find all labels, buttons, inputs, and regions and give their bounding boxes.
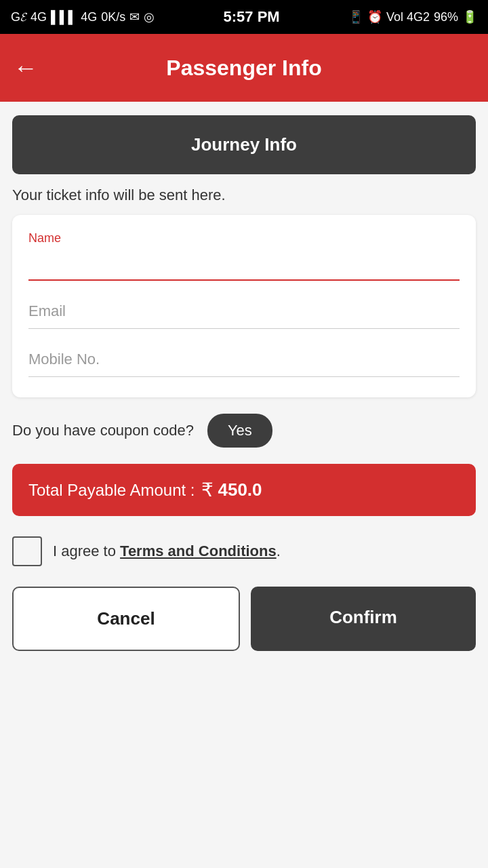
sim-icon: 📱 — [348, 9, 363, 24]
email-field-group — [28, 297, 460, 329]
terms-row: I agree to Terms and Conditions. — [12, 536, 476, 566]
status-right: 📱 ⏰ Vol 4G2 96% 🔋 — [348, 9, 477, 24]
status-bar: G𝓔 4G ▌▌▌ 4G 0K/s ✉ ◎ 5:57 PM 📱 ⏰ Vol 4G… — [0, 0, 488, 34]
page-title: Passenger Info — [166, 56, 321, 81]
msg-icon: ✉ — [129, 9, 140, 24]
vol-text: Vol 4G2 — [386, 10, 430, 24]
chrome-icon: ◎ — [144, 9, 155, 24]
battery-text: 96% — [434, 10, 458, 24]
terms-checkbox[interactable] — [12, 536, 42, 566]
name-label: Name — [28, 231, 460, 245]
terms-period: . — [277, 542, 281, 559]
speed-text: 0K/s — [101, 10, 125, 24]
battery-icon: 🔋 — [462, 9, 477, 24]
email-input[interactable] — [28, 297, 460, 323]
confirm-button[interactable]: Confirm — [251, 587, 476, 651]
terms-prefix: I agree to — [53, 542, 120, 559]
action-row: Cancel Confirm — [12, 587, 476, 651]
total-label: Total Payable Amount : — [28, 481, 195, 500]
cancel-button[interactable]: Cancel — [12, 587, 240, 651]
app-header: ← Passenger Info — [0, 34, 488, 102]
status-left: G𝓔 4G ▌▌▌ 4G 0K/s ✉ ◎ — [11, 9, 155, 24]
coupon-row: Do you have coupon code? Yes — [12, 414, 476, 448]
mobile-field-group — [28, 345, 460, 377]
mobile-input[interactable] — [28, 345, 460, 371]
name-input[interactable] — [28, 248, 460, 274]
journey-info-button[interactable]: Journey Info — [12, 115, 476, 174]
main-content: Journey Info Your ticket info will be se… — [0, 102, 488, 685]
signal-bars: ▌▌▌ — [51, 10, 77, 24]
back-button[interactable]: ← — [14, 54, 38, 82]
rupee-icon: ₹ — [201, 479, 214, 501]
status-time: 5:57 PM — [224, 8, 280, 26]
total-amount: 450.0 — [218, 479, 262, 500]
signal-icon: G𝓔 — [11, 10, 26, 24]
total-payable-bar: Total Payable Amount : ₹ 450.0 — [12, 464, 476, 516]
terms-link[interactable]: Terms and Conditions — [120, 542, 277, 559]
coupon-question: Do you have coupon code? — [12, 422, 194, 439]
terms-text: I agree to Terms and Conditions. — [53, 542, 281, 560]
network-text: 4G — [30, 10, 47, 24]
passenger-form-card: Name — [12, 215, 476, 397]
name-field-group: Name — [28, 231, 460, 281]
network-4g: 4G — [81, 10, 97, 24]
alarm-icon: ⏰ — [367, 9, 382, 24]
ticket-info-text: Your ticket info will be sent here. — [12, 186, 476, 204]
yes-coupon-button[interactable]: Yes — [207, 414, 272, 448]
